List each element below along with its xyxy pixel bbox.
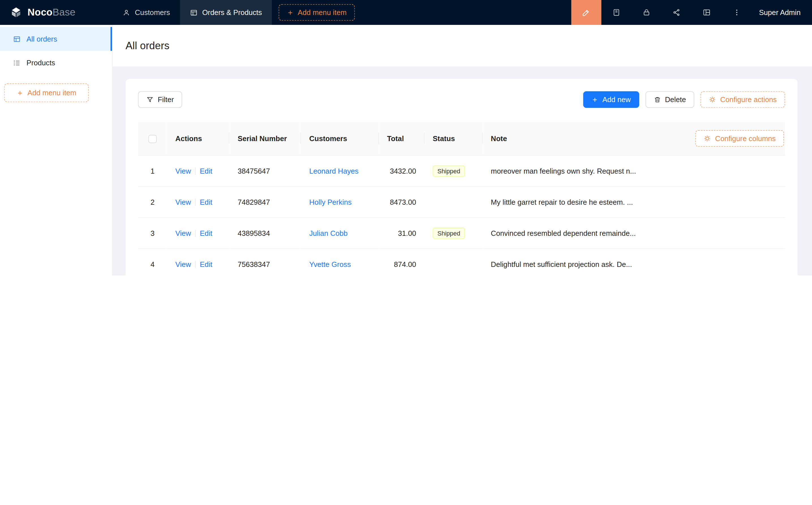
table-row: 3 ViewEdit 43895834 Julian Cobb 31.00 Sh… <box>138 217 785 248</box>
view-link[interactable]: View <box>175 260 191 268</box>
more-icon <box>732 8 741 16</box>
customer-cell: Leonard Hayes <box>301 155 379 186</box>
empty-cell <box>678 186 785 217</box>
page-title: All orders <box>126 40 169 51</box>
status-badge: Shipped <box>433 165 465 176</box>
sidebar-item-label: All orders <box>27 35 57 43</box>
status-cell: Shipped <box>424 155 483 186</box>
edit-link[interactable]: Edit <box>200 260 212 268</box>
layout-button[interactable] <box>691 0 721 25</box>
customer-link[interactable]: Yvette Gross <box>309 260 351 268</box>
sidebar: All orders Products Add menu item <box>0 25 113 276</box>
more-button[interactable] <box>722 0 752 25</box>
book-button[interactable] <box>601 0 631 25</box>
list-icon <box>13 59 21 67</box>
filter-button[interactable]: Filter <box>138 91 182 108</box>
share-nodes-button[interactable] <box>662 0 691 25</box>
sidebar-add-menu-item-button[interactable]: Add menu item <box>4 83 89 102</box>
serial-cell: 74829847 <box>230 186 301 217</box>
table-icon <box>190 8 198 16</box>
ui-editor-button[interactable] <box>571 0 601 25</box>
page-header: All orders <box>113 25 812 66</box>
serial-cell: 75638347 <box>230 248 301 276</box>
customer-cell: Yvette Gross <box>301 248 379 276</box>
vertical-divider <box>195 198 196 205</box>
row-index: 3 <box>138 217 167 248</box>
status-cell <box>424 248 483 276</box>
customer-cell: Julian Cobb <box>301 217 379 248</box>
trash-icon <box>654 96 661 103</box>
body: All orders Products Add menu item All or… <box>0 25 812 276</box>
total-cell: 8473.00 <box>379 186 424 217</box>
delete-button[interactable]: Delete <box>645 91 694 108</box>
topbar-add-menu-item-button[interactable]: Add menu item <box>279 4 355 21</box>
row-actions: ViewEdit <box>167 186 230 217</box>
column-header-serial: Serial Number <box>230 122 301 155</box>
row-index: 1 <box>138 155 167 186</box>
layout-icon <box>702 8 711 16</box>
nav-item-label: Customers <box>135 8 170 16</box>
main: All orders Filter <box>113 25 812 276</box>
customer-cell: Holly Perkins <box>301 186 379 217</box>
sidebar-item-all-orders[interactable]: All orders <box>0 27 112 51</box>
plus-icon <box>17 90 23 96</box>
topbar: NocoBase Customers Orders & Products Add… <box>0 0 812 25</box>
select-all-cell <box>138 122 167 155</box>
orders-table: Actions Serial Number Customers Total St… <box>138 122 785 276</box>
lock-icon <box>642 8 651 16</box>
user-menu[interactable]: Super Admin <box>752 0 812 25</box>
table-header-row: Actions Serial Number Customers Total St… <box>138 122 785 155</box>
lock-button[interactable] <box>632 0 662 25</box>
book-icon <box>612 8 621 16</box>
empty-cell <box>678 248 785 276</box>
content: Filter Add new <box>113 66 812 276</box>
note-cell: Convinced resembled dependent remainde..… <box>483 217 678 248</box>
nav-item-customers[interactable]: Customers <box>113 0 180 25</box>
plus-icon <box>591 96 598 103</box>
column-header-actions: Actions <box>167 122 230 155</box>
share-nodes-icon <box>672 8 680 16</box>
table-row: 1 ViewEdit 38475647 Leonard Hayes 3432.0… <box>138 155 785 186</box>
view-link[interactable]: View <box>175 167 191 175</box>
gear-icon <box>704 135 711 142</box>
edit-link[interactable]: Edit <box>200 167 212 175</box>
note-cell: moreover man feelings own shy. Request n… <box>483 155 678 186</box>
row-index: 2 <box>138 186 167 217</box>
person-icon <box>123 8 130 16</box>
add-new-button[interactable]: Add new <box>583 91 639 108</box>
table-row: 4 ViewEdit 75638347 Yvette Gross 874.00 … <box>138 248 785 276</box>
column-header-status: Status <box>424 122 483 155</box>
filter-icon <box>146 96 154 103</box>
customer-link[interactable]: Julian Cobb <box>309 229 348 237</box>
row-index: 4 <box>138 248 167 276</box>
configure-columns-cell: Configure columns <box>678 122 785 155</box>
status-badge: Shipped <box>433 227 465 239</box>
sidebar-item-products[interactable]: Products <box>0 51 112 74</box>
serial-cell: 38475647 <box>230 155 301 186</box>
nocobase-logo[interactable]: NocoBase <box>0 0 113 25</box>
configure-columns-button[interactable]: Configure columns <box>695 130 784 147</box>
row-actions: ViewEdit <box>167 217 230 248</box>
note-cell: My little garret repair to desire he est… <box>483 186 678 217</box>
view-link[interactable]: View <box>175 229 191 237</box>
total-cell: 3432.00 <box>379 155 424 186</box>
row-actions: ViewEdit <box>167 155 230 186</box>
table-toolbar: Filter Add new <box>138 91 785 108</box>
vertical-divider <box>195 167 196 174</box>
plus-icon <box>287 9 294 16</box>
serial-cell: 43895834 <box>230 217 301 248</box>
edit-link[interactable]: Edit <box>200 198 212 206</box>
select-all-checkbox[interactable] <box>148 135 156 143</box>
total-cell: 874.00 <box>379 248 424 276</box>
toolbar-right: Add new Delete <box>583 91 785 108</box>
configure-actions-button[interactable]: Configure actions <box>700 91 785 108</box>
nav-item-label: Orders & Products <box>202 8 262 16</box>
customer-link[interactable]: Holly Perkins <box>309 198 352 206</box>
view-link[interactable]: View <box>175 198 191 206</box>
edit-link[interactable]: Edit <box>200 229 212 237</box>
column-header-customers: Customers <box>301 122 379 155</box>
nav-item-orders-products[interactable]: Orders & Products <box>180 0 272 25</box>
row-actions: ViewEdit <box>167 248 230 276</box>
column-header-note: Note <box>483 122 678 155</box>
customer-link[interactable]: Leonard Hayes <box>309 167 359 175</box>
